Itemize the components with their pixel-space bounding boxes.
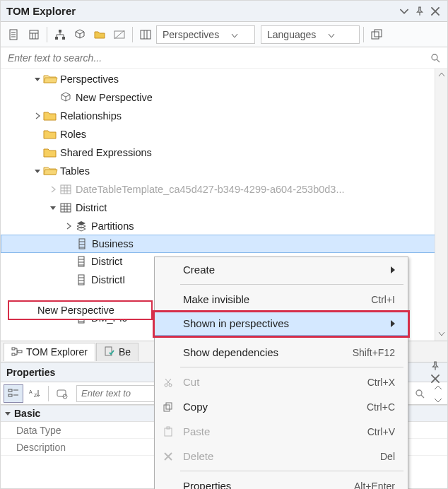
svg-line-12 — [114, 30, 124, 39]
perspectives-dropdown-label: Perspectives — [163, 29, 219, 40]
folder-open-icon — [43, 164, 57, 178]
pin-icon[interactable] — [429, 360, 442, 372]
svg-rect-4 — [30, 30, 38, 39]
pin-icon[interactable] — [413, 5, 426, 18]
tree-icon — [11, 346, 23, 358]
perspectives-dropdown[interactable]: Perspectives — [156, 25, 255, 44]
tree-label: Roles — [60, 129, 86, 140]
tree-node-partitions[interactable]: Partitions — [1, 217, 447, 235]
ctx-copy[interactable]: Copy Ctrl+C — [155, 394, 408, 419]
svg-rect-48 — [18, 350, 22, 353]
hierarchy-icon[interactable] — [51, 25, 69, 44]
tree-node-district[interactable]: District — [1, 199, 447, 217]
ctx-show-dependencies[interactable]: Show dependencies Shift+F12 — [155, 340, 408, 365]
svg-rect-47 — [12, 353, 15, 355]
menu-shortcut: Ctrl+C — [367, 401, 395, 413]
folder-icon — [43, 109, 57, 123]
tree-node-datetable[interactable]: DateTableTemplate_ca45d427-b349-4299-a60… — [1, 180, 447, 199]
svg-rect-20 — [61, 185, 71, 194]
tree-node-perspectives[interactable]: Perspectives — [1, 70, 447, 88]
menu-label: Shown in perspectives — [183, 317, 289, 329]
column-icon — [75, 237, 89, 251]
chevron-down-icon[interactable] — [32, 73, 43, 85]
chevron-right-icon[interactable] — [47, 184, 59, 195]
ctx-delete[interactable]: Delete Del — [155, 444, 408, 469]
tree-label: Business — [92, 238, 134, 249]
menu-label: Cut — [183, 376, 199, 388]
menu-label: Create — [183, 264, 215, 276]
svg-rect-8 — [59, 30, 61, 33]
toolbar-btn-1[interactable] — [5, 25, 23, 44]
languages-dropdown[interactable]: Languages — [261, 25, 360, 44]
context-menu: Create Make invisible Ctrl+I Shown in pe… — [154, 257, 408, 489]
menu-separator — [180, 471, 403, 471]
ctx-make-invisible[interactable]: Make invisible Ctrl+I — [155, 287, 408, 312]
folder-icon[interactable] — [90, 25, 109, 44]
cube-icon[interactable] — [71, 25, 89, 44]
folder-open-icon — [43, 72, 57, 86]
scroll-down-icon[interactable] — [435, 328, 447, 341]
tree-node-shared-expressions[interactable]: Shared Expressions — [1, 143, 447, 162]
search-icon[interactable] — [428, 53, 443, 63]
menu-label: Delete — [183, 450, 213, 462]
search-icon[interactable] — [412, 389, 428, 399]
toolbar-btn-2[interactable] — [25, 25, 43, 44]
svg-rect-63 — [166, 403, 172, 409]
tree-node-relationships[interactable]: Relationships — [1, 107, 447, 125]
scroll-up-icon[interactable] — [435, 69, 447, 81]
search-input[interactable] — [5, 49, 428, 66]
panel-title: TOM Explorer — [6, 5, 398, 17]
collapse-icon[interactable] — [435, 382, 442, 393]
chevron-right-icon — [391, 317, 395, 329]
menu-shortcut: Ctrl+V — [367, 426, 395, 437]
menu-separator — [180, 284, 403, 285]
new-perspective-indicator: New Perspective — [8, 300, 153, 320]
tree-node-new-perspective[interactable]: New Perspective — [1, 88, 447, 107]
expand-icon[interactable] — [435, 394, 442, 405]
svg-rect-9 — [55, 37, 58, 40]
chevron-down-icon[interactable] — [47, 202, 59, 213]
partitions-icon — [74, 219, 88, 233]
copy-window-icon[interactable] — [367, 25, 386, 44]
hidden-icon[interactable] — [110, 25, 129, 44]
svg-rect-62 — [164, 405, 170, 411]
table-icon — [59, 201, 73, 215]
tree-label: Shared Expressions — [60, 147, 152, 158]
alphabetical-icon[interactable]: AZ — [25, 384, 45, 403]
tom-explorer-titlebar: TOM Explorer — [1, 1, 447, 22]
categorized-icon[interactable] — [4, 384, 23, 403]
chevron-right-icon[interactable] — [32, 110, 43, 122]
tree-node-tables[interactable]: Tables — [1, 162, 447, 180]
ctx-paste[interactable]: Paste Ctrl+V — [155, 419, 408, 444]
property-help-icon[interactable] — [52, 384, 72, 403]
tree-label: Tables — [60, 165, 90, 177]
chevron-right-icon[interactable] — [63, 220, 74, 232]
tab-tom-explorer[interactable]: TOM Explorer — [4, 343, 95, 361]
languages-dropdown-label: Languages — [267, 29, 316, 40]
ctx-create[interactable]: Create — [155, 257, 408, 282]
svg-line-19 — [437, 59, 440, 62]
tree-scrollbar[interactable] — [435, 69, 447, 341]
tree-label: District — [91, 256, 122, 267]
ctx-properties[interactable]: Properties Alt+Enter — [155, 473, 408, 489]
cut-icon — [160, 377, 176, 387]
tab-best-practice[interactable]: Be — [96, 343, 138, 361]
menu-shortcut: Del — [380, 451, 395, 462]
ctx-shown-in-perspectives[interactable]: Shown in perspectives — [154, 311, 408, 336]
tree-label: Partitions — [91, 220, 134, 232]
svg-rect-16 — [372, 32, 379, 39]
dropdown-icon[interactable] — [398, 5, 411, 18]
svg-line-59 — [421, 395, 424, 398]
columns-icon[interactable] — [136, 25, 155, 44]
close-icon[interactable] — [429, 5, 442, 18]
tree-node-roles[interactable]: Roles — [1, 125, 447, 143]
folder-icon — [43, 127, 57, 141]
svg-rect-51 — [8, 394, 12, 396]
tree-node-business[interactable]: Business — [1, 235, 447, 253]
ctx-cut[interactable]: Cut Ctrl+X — [155, 370, 408, 394]
tree-label: Relationships — [60, 110, 122, 122]
chevron-down-icon[interactable] — [32, 165, 43, 177]
svg-point-58 — [416, 390, 422, 396]
tree-label: District — [76, 202, 107, 213]
delete-icon — [160, 452, 176, 461]
